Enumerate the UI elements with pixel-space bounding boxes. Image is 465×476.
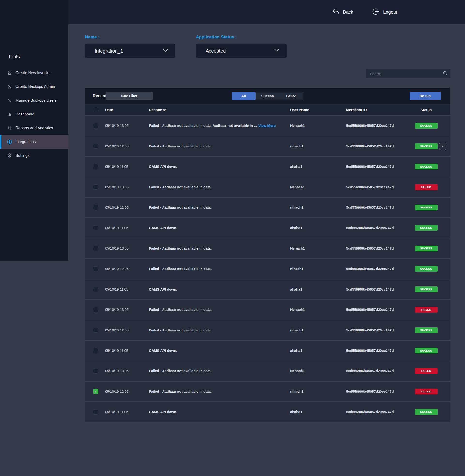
search-input[interactable]	[370, 72, 443, 76]
row-checkbox[interactable]: ✓	[93, 307, 98, 312]
check-icon: ✓	[95, 390, 97, 393]
status-badge: SUCESS	[415, 225, 438, 231]
logout-button[interactable]: Logout	[372, 0, 397, 24]
row-user-name: nihach1	[290, 267, 346, 271]
sidebar-item-label: Create Backops Admin	[15, 84, 55, 89]
status-tabs: All Sucess Failed	[232, 92, 304, 100]
recent-table: Recent Date Filter All Sucess Failed Re-…	[85, 88, 450, 423]
row-response: Failed - Aadhaar not available in data.	[149, 390, 290, 393]
row-merchant-id: 5cd556906b45057d20cc247d	[346, 185, 413, 189]
column-header-user-name: User Name	[290, 108, 346, 112]
row-merchant-id: 5cd556906b45057d20cc247d	[346, 349, 413, 352]
row-merchant-id: 5cd556906b45057d20cc247d	[346, 390, 413, 393]
table-title: Recent	[93, 93, 106, 98]
application-status-value: Accepted	[206, 48, 274, 54]
row-checkbox[interactable]: ✓	[93, 266, 98, 271]
back-label: Back	[343, 10, 353, 15]
application-status-label: Application Status :	[196, 35, 237, 40]
sidebar-item-label: Dashboard	[15, 112, 34, 116]
select-all-checkbox[interactable]: ✓	[93, 107, 98, 112]
row-checkbox[interactable]: ✓	[93, 185, 98, 190]
row-response: Failed - Aadhaar not available in data.	[149, 206, 290, 209]
row-response: Failed - Aadhaar not available in data. …	[149, 124, 290, 128]
status-badge: SUCESS	[415, 123, 438, 129]
row-user-name: Nehach1	[290, 185, 346, 189]
sidebar-item-create-new-investor[interactable]: Create New Investor	[0, 66, 68, 80]
row-checkbox[interactable]: ✓	[93, 348, 98, 353]
sidebar-item-integrations[interactable]: Integrations	[0, 135, 68, 149]
back-button[interactable]: Back	[332, 0, 353, 24]
row-checkbox[interactable]: ✓	[93, 246, 98, 251]
row-merchant-id: 5cd556906b45057d20cc247d	[346, 328, 413, 332]
sidebar-nav: Create New Investor Create Backops Admin…	[0, 66, 68, 163]
row-date: 05/10/19 12:05	[102, 328, 149, 332]
table-row: ✓ 05/10/19 11:05 CAMS API down. ahaha1 5…	[85, 279, 450, 300]
tab-all[interactable]: All	[232, 92, 255, 100]
name-select[interactable]: Integration_1	[85, 44, 175, 58]
row-response: Failed - Aadhaar not available in data.	[149, 144, 290, 148]
sidebar-item-reports-and-analytics[interactable]: Reports and Analytics	[0, 121, 68, 135]
row-user-name: Nehach1	[290, 308, 346, 312]
status-badge: FAILED	[415, 368, 438, 374]
application-status-select[interactable]: Accepted	[196, 44, 286, 58]
row-response: CAMS API down.	[149, 287, 290, 291]
row-checkbox[interactable]: ✓	[93, 287, 98, 292]
person-icon	[6, 70, 13, 76]
row-response: Failed - Aadhaar not available in data.	[149, 308, 290, 312]
tab-sucess[interactable]: Sucess	[255, 92, 279, 100]
row-date: 05/10/19 11:05	[102, 287, 149, 291]
tab-failed[interactable]: Failed	[279, 92, 303, 100]
status-badge: SUCESS	[415, 164, 438, 169]
row-user-name: nihach1	[290, 328, 346, 332]
row-menu-button[interactable]	[439, 143, 446, 150]
row-checkbox[interactable]: ✓	[93, 205, 98, 210]
status-badge: SUCESS	[415, 327, 438, 333]
row-checkbox[interactable]: ✓	[93, 389, 98, 394]
row-date: 05/10/19 13:05	[102, 369, 149, 373]
row-date: 05/10/19 13:05	[102, 124, 149, 128]
row-response: Failed - Aadhaar not available in data.	[149, 328, 290, 332]
sidebar-item-create-backops-admin[interactable]: Create Backops Admin	[0, 80, 68, 93]
name-select-value: Integration_1	[95, 48, 163, 54]
status-badge: SUCESS	[415, 409, 438, 415]
row-date: 05/10/19 11:05	[102, 410, 149, 414]
row-merchant-id: 5cd556906b45057d20cc247d	[346, 226, 413, 230]
status-badge: SUCESS	[415, 286, 438, 292]
chevron-down-icon	[163, 49, 169, 53]
row-date: 05/10/19 11:05	[102, 226, 149, 230]
sidebar-item-settings[interactable]: ⚙ Settings	[0, 149, 68, 163]
table-row: ✓ 05/10/19 12:05 Failed - Aadhaar not av…	[85, 259, 450, 279]
status-badge: SUCESS	[415, 143, 438, 149]
row-date: 05/10/19 13:05	[102, 308, 149, 312]
row-date: 05/10/19 12:05	[102, 390, 149, 393]
view-more-link[interactable]: View More	[258, 124, 276, 128]
row-checkbox[interactable]: ✓	[93, 123, 98, 128]
re-run-button[interactable]: Re-run	[410, 92, 441, 100]
row-checkbox[interactable]: ✓	[93, 164, 98, 169]
table-row: ✓ 05/10/19 13:05 Failed - Aadhaar not av…	[85, 238, 450, 259]
date-filter-button[interactable]: Date Filter	[106, 92, 153, 100]
column-header-date: Date	[102, 108, 149, 112]
row-merchant-id: 5cd556906b45057d20cc247d	[346, 369, 413, 373]
row-user-name: Nehach1	[290, 124, 346, 128]
sidebar-item-label: Settings	[15, 154, 30, 158]
row-checkbox[interactable]: ✓	[93, 409, 98, 414]
row-checkbox[interactable]: ✓	[93, 369, 98, 373]
row-response: Failed - Aadhaar not available in data.	[149, 369, 290, 373]
sidebar-item-manage-backops-users[interactable]: Manage Backops Users	[0, 93, 68, 107]
back-arrow-icon	[332, 8, 339, 16]
logout-label: Logout	[383, 10, 397, 15]
sidebar: Tools Create New Investor Create Backops…	[0, 0, 68, 261]
person-icon	[6, 97, 13, 104]
row-merchant-id: 5cd556906b45057d20cc247d	[346, 206, 413, 209]
row-checkbox[interactable]: ✓	[93, 225, 98, 230]
search-icon[interactable]	[443, 71, 448, 76]
column-header-status: Status	[421, 108, 432, 112]
sidebar-title: Tools	[8, 54, 20, 60]
sidebar-item-dashboard[interactable]: Dashboard	[0, 107, 68, 121]
row-response: CAMS API down.	[149, 165, 290, 168]
row-checkbox[interactable]: ✓	[93, 328, 98, 333]
row-response: CAMS API down.	[149, 349, 290, 352]
row-checkbox[interactable]: ✓	[93, 144, 98, 149]
row-response: Failed - Aadhaar not available in data.	[149, 267, 290, 271]
